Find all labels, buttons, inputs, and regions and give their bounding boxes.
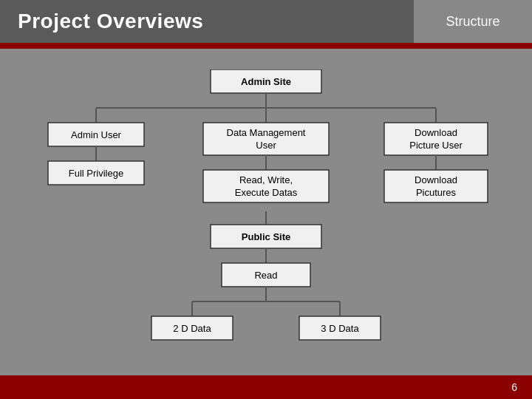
read-node: Read bbox=[254, 270, 277, 281]
header-structure-section: Structure bbox=[414, 0, 532, 43]
admin-site-node: Admin Site bbox=[241, 76, 291, 87]
header: Project Overviews Structure bbox=[0, 0, 532, 43]
admin-user-node: Admin User bbox=[71, 129, 122, 140]
download-picture-user-node: Download bbox=[415, 127, 457, 138]
footer: 6 bbox=[0, 375, 532, 399]
structure-label: Structure bbox=[446, 14, 499, 30]
svg-text:Picture User: Picture User bbox=[409, 140, 463, 151]
data-mgmt-user-node: Data Management bbox=[227, 127, 306, 138]
full-privilege-node: Full Privilege bbox=[69, 168, 123, 179]
red-accent-bar bbox=[0, 43, 532, 49]
svg-text:User: User bbox=[256, 140, 276, 151]
svg-text:Execute Datas: Execute Datas bbox=[235, 187, 298, 198]
page-number: 6 bbox=[511, 381, 517, 393]
data-3d-node: 3 D Data bbox=[321, 323, 359, 334]
diagram-area: Admin Site Admin User Full Privilege Dat… bbox=[22, 69, 510, 346]
header-title-section: Project Overviews bbox=[0, 0, 414, 43]
download-picutures-node: Download bbox=[415, 174, 457, 185]
main-content: Admin Site Admin User Full Privilege Dat… bbox=[0, 49, 532, 346]
diagram-svg: Admin Site Admin User Full Privilege Dat… bbox=[22, 69, 510, 343]
public-site-node: Public Site bbox=[242, 231, 290, 242]
page-title: Project Overviews bbox=[18, 10, 203, 33]
svg-text:Picutures: Picutures bbox=[416, 187, 457, 198]
data-2d-node: 2 D Data bbox=[173, 323, 211, 334]
read-write-node: Read, Write, bbox=[239, 174, 293, 185]
